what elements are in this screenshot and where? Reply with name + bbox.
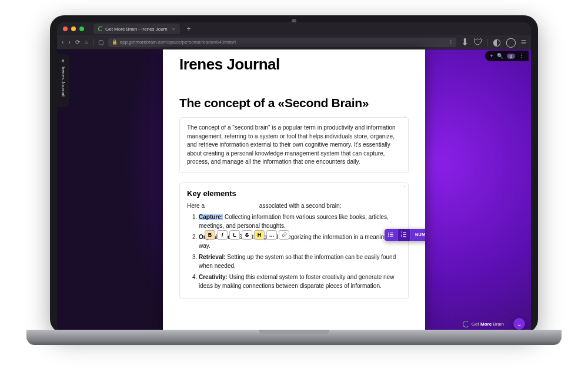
forward-button[interactable]: ›	[68, 39, 70, 45]
intro-paragraph: The concept of a "second brain" is a pop…	[187, 124, 401, 167]
intro-card[interactable]: · The concept of a "second brain" is a p…	[179, 117, 409, 173]
bold-button[interactable]: B	[205, 230, 215, 240]
notification-badge[interactable]: 0	[507, 54, 515, 59]
search-icon[interactable]: 🔍	[497, 53, 503, 59]
list-item[interactable]: Retrieval: Setting up the system so that…	[199, 253, 401, 270]
laptop-frame: Get More Brain - Irenes Journ × + ‹ › ⟳ …	[50, 15, 538, 333]
scroll-down-fab[interactable]: ⌄	[513, 318, 525, 330]
key-elements-heading: Key elements	[187, 189, 401, 198]
link-button[interactable]	[279, 230, 289, 240]
list-type-popover: 123 NUMBERED LIST	[385, 229, 425, 241]
svg-rect-5	[390, 236, 393, 237]
svg-text:3: 3	[401, 236, 402, 238]
svg-rect-11	[403, 236, 406, 237]
bulleted-list-button[interactable]	[385, 229, 397, 241]
divider	[487, 39, 488, 46]
app-viewport: × Irenes Journal + 🔍 0 ⋮ Irenes Journal …	[57, 49, 531, 333]
screen: Get More Brain - Irenes Journ × + ‹ › ⟳ …	[57, 22, 531, 333]
block-handle-icon[interactable]: ·	[404, 112, 406, 120]
strike-button[interactable]: S	[242, 230, 252, 240]
side-tab-label: Irenes Journal	[61, 67, 66, 97]
browser-tab[interactable]: Get More Brain - Irenes Journ ×	[93, 24, 180, 34]
shield-icon[interactable]: 🛡	[473, 37, 483, 48]
highlight-button[interactable]: H	[254, 230, 265, 240]
add-icon[interactable]: +	[490, 53, 493, 59]
lock-icon: 🔒	[112, 39, 118, 45]
side-panel-tab[interactable]: × Irenes Journal	[57, 54, 69, 107]
workspace-tools: + 🔍 0 ⋮	[485, 51, 529, 61]
document-page: Irenes Journal The concept of a «Second …	[163, 49, 425, 333]
reload-button[interactable]: ⟳	[75, 39, 80, 45]
brand-logo-icon	[463, 321, 469, 327]
link-icon	[282, 232, 287, 237]
close-icon[interactable]: ×	[61, 58, 65, 64]
list-item[interactable]: Creativity: Using this external system t…	[199, 273, 401, 290]
tab-favicon	[98, 26, 103, 31]
home-button[interactable]: ⌂	[85, 39, 88, 45]
divider	[93, 39, 93, 46]
url-text: app.getmorebrain.com/space/personal/read…	[120, 39, 236, 45]
key-intro-line: Here a re the key elements associated wi…	[187, 203, 401, 209]
download-icon[interactable]: ⬇	[461, 37, 469, 48]
browser-toolbar: ‹ › ⟳ ⌂ ▢ 🔒 app.getmorebrain.com/space/p…	[57, 35, 531, 49]
svg-point-0	[388, 233, 389, 234]
section-heading: The concept of a «Second Brain»	[179, 96, 409, 110]
minimize-window-button[interactable]	[71, 26, 76, 31]
numbered-list-button[interactable]: 123	[397, 229, 410, 241]
page-title: Irenes Journal	[179, 55, 409, 74]
chevron-down-icon: ⌄	[517, 321, 522, 327]
extension-icon[interactable]: ◐	[493, 37, 501, 48]
brand-footer[interactable]: Get More Brain	[463, 321, 504, 327]
svg-rect-9	[403, 234, 406, 235]
address-bar[interactable]: 🔒 app.getmorebrain.com/space/personal/re…	[108, 38, 456, 47]
bookmark-icon[interactable]: ▢	[98, 39, 103, 45]
numbered-list-icon: 123	[400, 231, 407, 238]
tab-close-icon[interactable]: ×	[172, 26, 175, 32]
more-icon[interactable]: ⋮	[519, 53, 524, 59]
window-titlebar: Get More Brain - Irenes Journ × +	[57, 22, 531, 35]
more-format-button[interactable]: …	[266, 230, 277, 240]
new-tab-button[interactable]: +	[187, 25, 191, 33]
share-icon[interactable]: ⇪	[449, 39, 453, 45]
list-tooltip-label: NUMBERED LIST	[410, 233, 425, 237]
svg-rect-1	[390, 233, 393, 233]
svg-point-2	[388, 234, 389, 236]
profile-icon[interactable]: ◯	[506, 37, 516, 48]
light-button[interactable]: L	[229, 230, 240, 240]
tab-title: Get More Brain - Irenes Journ	[105, 26, 168, 32]
maximize-window-button[interactable]	[79, 26, 84, 31]
formatting-toolbar: B I L S H …	[205, 230, 289, 240]
key-elements-card[interactable]: · Key elements Here a re the key element…	[179, 183, 409, 299]
laptop-base	[26, 330, 562, 345]
svg-rect-7	[403, 232, 406, 233]
svg-rect-3	[390, 234, 393, 235]
block-handle-icon[interactable]: ·	[404, 182, 406, 190]
svg-point-4	[388, 236, 389, 237]
key-elements-list: Capture: Collecting information from var…	[187, 213, 401, 290]
close-window-button[interactable]	[63, 26, 68, 31]
bullet-list-icon	[387, 231, 394, 238]
italic-button[interactable]: I	[217, 230, 228, 240]
back-button[interactable]: ‹	[62, 39, 64, 45]
list-item[interactable]: Capture: Collecting information from var…	[199, 213, 401, 230]
menu-icon[interactable]: ≡	[521, 37, 526, 48]
